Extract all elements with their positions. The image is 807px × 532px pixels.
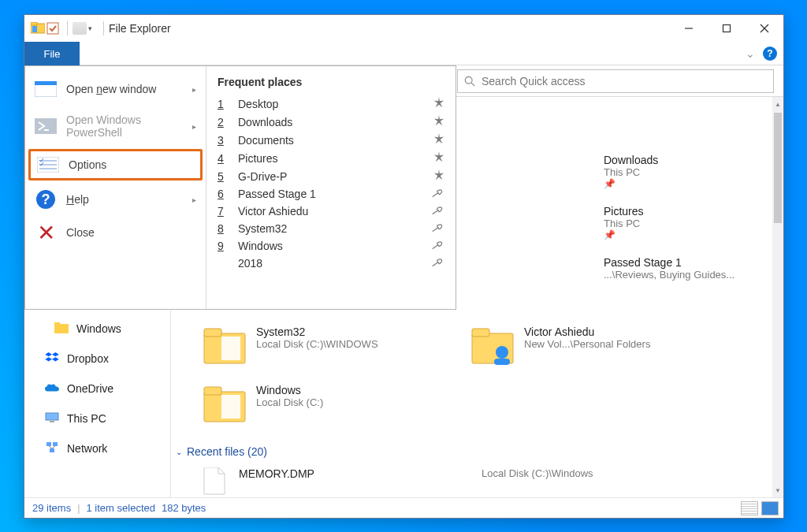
maximize-button[interactable] [708,16,746,41]
powershell-icon [35,117,57,135]
pin-icon[interactable] [433,169,444,183]
network-icon [45,442,59,455]
svg-rect-3 [47,23,58,34]
frequent-place-item[interactable]: 3Documents [213,131,449,149]
nav-item-thispc[interactable]: This PC [24,407,170,430]
file-menu-frequent: Frequent places 1Desktop2Downloads3Docum… [206,66,456,309]
qat-customize[interactable]: ▾ [88,24,92,32]
status-bar: 29 items | 1 item selected 182 bytes [24,497,783,518]
file-menu-help[interactable]: ? Help ▸ [25,183,206,216]
svg-rect-31 [35,118,57,134]
pinned-pictures[interactable]: Pictures This PC 📌 [604,205,772,240]
svg-rect-21 [221,337,240,360]
svg-line-18 [52,446,55,448]
frequent-place-item[interactable]: 5G-Drive-P [213,167,449,185]
file-menu-open-powershell[interactable]: Open Windows PowerShell ▸ [25,106,206,147]
help-circle-icon: ? [35,191,57,208]
folder-icon [203,326,247,366]
frequent-place-number: 8 [218,222,229,235]
pin-icon[interactable] [433,133,444,147]
pushpin-icon[interactable] [430,220,447,236]
svg-rect-28 [221,395,240,419]
frequent-place-number: 4 [218,152,229,165]
search-input[interactable]: Search Quick access [457,69,774,93]
vertical-scrollbar[interactable]: ▲ ▼ [772,97,783,497]
pushpin-icon[interactable] [430,237,447,254]
thispc-icon [45,412,59,425]
svg-rect-27 [204,387,221,395]
pin-icon[interactable] [433,151,444,165]
file-icon [203,467,229,497]
frequent-place-number: 7 [218,205,229,218]
folder-system32[interactable]: System32 Local Disk (C:)\WINDOWS [203,326,423,366]
frequent-place-item[interactable]: 2Downloads [213,113,449,131]
frequent-place-item[interactable]: 1Desktop [213,95,449,113]
svg-rect-20 [204,329,221,337]
svg-rect-16 [50,448,54,452]
search-icon [464,76,475,87]
file-menu-open-new-window[interactable]: Open new window ▸ [25,73,206,106]
onedrive-icon [45,382,59,395]
submenu-arrow-icon: ▸ [192,195,196,204]
pin-icon[interactable] [433,97,444,110]
frequent-place-item[interactable]: 7Victor Ashiedu [213,203,449,220]
svg-rect-1 [31,22,37,25]
minimize-button[interactable] [670,16,708,41]
pinned-passed-stage[interactable]: Passed Stage 1 ...\Reviews, Buying Guide… [604,256,772,281]
scroll-up-button[interactable]: ▲ [772,97,783,111]
frequent-places-title: Frequent places [218,76,449,88]
folder-user-icon [470,326,515,366]
scroll-thumb[interactable] [774,113,782,223]
explorer-icon [31,22,43,35]
svg-rect-30 [35,81,57,85]
qat-separator [67,21,68,35]
nav-item-windows[interactable]: Windows [24,318,170,340]
frequent-place-number: 2 [218,116,229,128]
svg-rect-12 [46,413,58,420]
folder-windows[interactable]: Windows Local Disk (C:) [203,384,423,425]
frequent-place-item[interactable]: 8System32 [213,220,449,237]
status-size: 182 bytes [162,502,206,514]
status-item-count: 29 items [32,502,71,514]
nav-item-network[interactable]: Network [24,437,170,459]
pinned-downloads[interactable]: Downloads This PC 📌 [604,154,772,189]
svg-point-24 [496,346,508,359]
frequent-place-item[interactable]: 6Passed Stage 1 [213,185,449,203]
view-details-button[interactable] [741,501,758,515]
view-thumbnails-button[interactable] [761,501,779,515]
frequent-place-item[interactable]: 4Pictures [213,149,449,167]
frequent-place-item[interactable]: 2018 [213,255,449,272]
pin-icon: 📌 [604,178,772,189]
scroll-down-button[interactable]: ▼ [772,483,783,497]
frequent-place-label: Desktop [238,98,278,110]
folder-victor[interactable]: Victor Ashiedu New Vol...\Personal Folde… [470,326,691,366]
ribbon-chevron-icon[interactable]: ⌄ [746,47,755,60]
help-icon[interactable]: ? [763,47,777,61]
pushpin-icon[interactable] [430,255,447,271]
submenu-arrow-icon: ▸ [192,85,196,94]
ribbon-file-tab[interactable]: File [24,42,80,65]
folder-icon [203,384,247,425]
svg-rect-15 [53,442,58,446]
qat-properties-icon[interactable] [46,22,59,35]
pushpin-icon[interactable] [430,185,447,202]
qat-location-icon[interactable] [73,22,87,35]
recent-file-memory[interactable]: MEMORY.DMP Local Disk (C:)\Windows [171,467,772,497]
close-button[interactable] [746,16,783,41]
file-menu-close[interactable]: ✕ Close [25,216,206,249]
recent-files-header[interactable]: ⌄ Recent files (20) [171,445,772,458]
status-selected: 1 item selected [87,502,155,514]
frequent-place-label: Pictures [238,152,278,165]
file-explorer-window: ▾ File Explorer File ⌄ ? [24,14,784,519]
frequent-place-label: Downloads [238,116,292,128]
frequent-place-number: 5 [218,170,229,183]
pushpin-icon[interactable] [430,203,447,219]
svg-rect-23 [472,329,489,337]
file-menu-options[interactable]: Options [28,149,203,180]
file-menu: Open new window ▸ Open Windows PowerShel… [24,65,456,310]
nav-item-onedrive[interactable]: OneDrive [24,378,170,400]
frequent-place-item[interactable]: 9Windows [213,237,449,255]
pin-icon[interactable] [433,115,444,128]
nav-item-dropbox[interactable]: Dropbox [24,348,170,370]
pin-icon: 📌 [604,229,772,240]
